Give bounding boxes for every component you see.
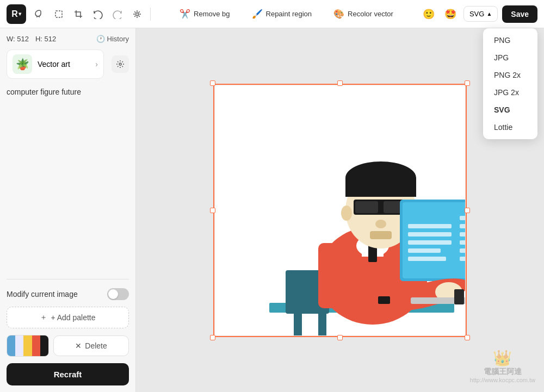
palette-color-4 [32, 335, 40, 356]
svg-rect-29 [408, 257, 446, 261]
watermark-logo: 👑 [470, 349, 535, 367]
toolbar-right: 🙂 🤩 SVG ▲ Save [420, 5, 537, 23]
logo-chevron: ▾ [18, 11, 21, 17]
redo-btn[interactable] [109, 5, 126, 23]
svg-rect-25 [408, 224, 452, 228]
svg-rect-41 [378, 296, 390, 304]
repaint-region-label: Repaint region [266, 10, 312, 18]
recraft-button[interactable]: Recraft [7, 363, 129, 385]
style-icon: 🪴 [13, 54, 32, 74]
handle-bottom-left[interactable] [210, 335, 215, 340]
width-label: W: 512 [7, 35, 29, 43]
palette-color-1 [7, 335, 15, 356]
marquee-tool-btn[interactable] [50, 5, 67, 23]
history-label: History [107, 35, 129, 43]
delete-label: Delete [85, 341, 107, 350]
lasso-tool-btn[interactable] [30, 5, 48, 23]
add-palette-button[interactable]: ＋ + Add palette [7, 307, 129, 328]
svg-rect-15 [345, 178, 416, 197]
history-button[interactable]: 🕐 History [96, 35, 129, 43]
svg-rect-17 [355, 201, 378, 213]
svg-rect-32 [460, 232, 465, 237]
format-option-png2x[interactable]: PNG 2x [483, 66, 537, 84]
plus-icon: ＋ [40, 313, 47, 322]
undo-btn[interactable] [89, 5, 107, 23]
logo-text: R [11, 9, 18, 19]
svg-rect-31 [460, 224, 465, 228]
format-option-jpg[interactable]: JPG [483, 49, 537, 66]
scissors-icon: ✂️ [180, 9, 190, 19]
emoji-smile-btn[interactable]: 🙂 [420, 5, 437, 23]
svg-point-21 [375, 220, 386, 228]
handle-mid-right[interactable] [465, 208, 470, 213]
chevron-right-icon: › [95, 60, 98, 69]
toolbar-left: R ▾ [7, 4, 146, 24]
style-label: Vector art [38, 60, 95, 69]
palette-color-3 [23, 335, 32, 356]
format-label: SVG [469, 10, 484, 18]
watermark-site: 電腦王阿達 [470, 367, 535, 377]
modify-toggle[interactable] [107, 288, 129, 300]
watermark-url: http://www.kocpc.com.tw [470, 377, 535, 383]
svg-rect-30 [460, 216, 465, 220]
svg-rect-22 [370, 231, 392, 239]
toolbar: R ▾ ✂️ Remove bg 🖌️ Repaint region [0, 0, 544, 28]
svg-rect-27 [408, 240, 452, 245]
emoji-star-btn[interactable]: 🤩 [442, 5, 459, 23]
repaint-region-btn[interactable]: 🖌️ Repaint region [248, 5, 317, 22]
pan-tool-btn[interactable] [128, 5, 146, 23]
toolbar-separator-1 [150, 8, 151, 21]
format-option-svg[interactable]: SVG [483, 101, 537, 119]
canvas-frame [215, 85, 465, 335]
svg-rect-28 [408, 248, 441, 253]
recolor-vector-label: Recolor vector [348, 10, 393, 18]
palette-color-5 [40, 335, 48, 356]
style-settings-btn[interactable] [112, 55, 129, 73]
toolbar-center: ✂️ Remove bg 🖌️ Repaint region 🎨 Recolor… [155, 5, 418, 22]
style-card[interactable]: 🪴 Vector art › [7, 49, 104, 79]
sidebar: W: 512 H: 512 🕐 History 🪴 Vector art › c… [0, 28, 136, 392]
section-divider [7, 279, 129, 279]
remove-bg-label: Remove bg [194, 10, 230, 18]
recolor-icon: 🎨 [333, 9, 344, 19]
style-row: 🪴 Vector art › [7, 49, 129, 79]
spacer [7, 105, 129, 270]
svg-point-1 [136, 13, 139, 15]
svg-point-2 [119, 63, 121, 65]
svg-rect-6 [294, 314, 302, 335]
remove-bg-btn[interactable]: ✂️ Remove bg [175, 5, 234, 22]
format-option-jpg2x[interactable]: JPG 2x [483, 84, 537, 101]
delete-button[interactable]: ✕ Delete [53, 335, 129, 356]
style-emoji: 🪴 [16, 58, 29, 71]
artwork [215, 85, 465, 335]
format-dropdown[interactable]: SVG ▲ [463, 6, 498, 22]
svg-rect-42 [454, 289, 464, 304]
paint-icon: 🖌️ [252, 9, 263, 19]
format-option-png[interactable]: PNG [483, 32, 537, 49]
svg-rect-26 [408, 232, 452, 237]
save-button[interactable]: Save [502, 5, 537, 23]
handle-bottom-mid[interactable] [337, 335, 343, 340]
palette-delete-row: ✕ Delete [7, 335, 129, 357]
app-logo[interactable]: R ▾ [7, 4, 26, 24]
handle-top-right[interactable] [465, 80, 470, 86]
svg-point-20 [341, 206, 352, 221]
add-palette-label: + Add palette [51, 313, 95, 322]
format-menu: PNG JPG PNG 2x JPG 2x SVG Lottie [483, 28, 537, 139]
palette-color-2 [15, 335, 23, 356]
crop-tool-btn[interactable] [70, 5, 87, 23]
chevron-up-icon: ▲ [486, 11, 492, 17]
format-option-lottie[interactable]: Lottie [483, 119, 537, 136]
dimension-row: W: 512 H: 512 🕐 History [7, 35, 129, 43]
watermark: 👑 電腦王阿達 http://www.kocpc.com.tw [470, 349, 535, 383]
svg-rect-7 [318, 314, 326, 335]
recolor-vector-btn[interactable]: 🎨 Recolor vector [329, 5, 398, 22]
svg-rect-34 [460, 248, 465, 253]
main-layout: W: 512 H: 512 🕐 History 🪴 Vector art › c… [0, 28, 544, 392]
svg-rect-0 [55, 11, 62, 17]
palette-preview[interactable] [7, 335, 49, 357]
svg-rect-35 [460, 257, 465, 261]
x-icon: ✕ [75, 341, 82, 350]
handle-bottom-right[interactable] [465, 335, 470, 340]
svg-rect-33 [460, 240, 465, 245]
